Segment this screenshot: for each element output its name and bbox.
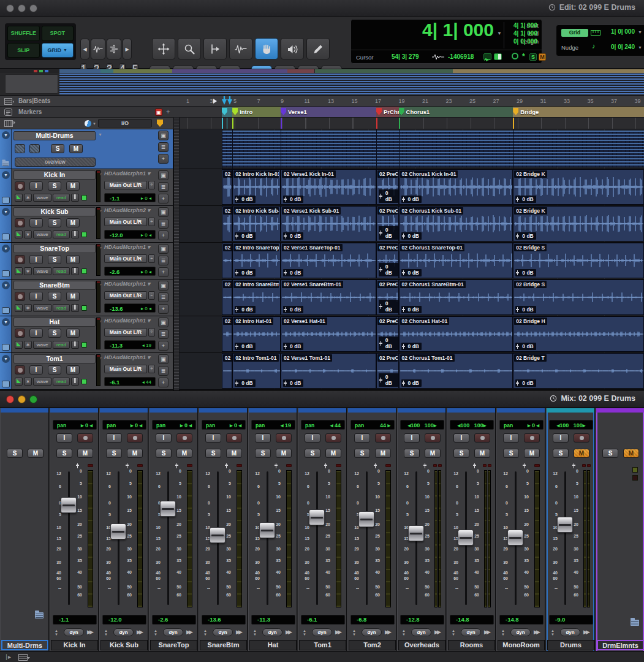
strip-name[interactable]: SnareBtm	[200, 640, 247, 650]
mute-button[interactable]: M	[375, 449, 391, 458]
clip-gain-badge[interactable]: 0 dB	[401, 196, 422, 203]
record-arm-button[interactable]	[15, 218, 25, 227]
elastic-audio-button[interactable]: ∗	[24, 267, 32, 275]
dyn-insert-button[interactable]: dyn	[262, 628, 282, 636]
fader-nudge-spinner[interactable]: ▲ ▼	[55, 629, 58, 636]
pan-view-arrow-icon[interactable]: ▼	[93, 122, 96, 126]
clip-gain-badge[interactable]: 0 dB	[401, 343, 422, 350]
pan-display[interactable]: pan▸ 0 ◂	[152, 420, 196, 430]
pan-display[interactable]: ◂100 100▸	[400, 420, 444, 430]
solo-button[interactable]: S	[48, 181, 61, 191]
volume-pan-display[interactable]: -13.6▸ 0 ◂	[104, 303, 156, 313]
marker-record-button[interactable]: ▣	[155, 108, 162, 116]
automation-mode-button[interactable]: read	[53, 341, 70, 349]
insert-add-button[interactable]: +	[158, 154, 169, 164]
track-link-icon[interactable]	[2, 234, 10, 240]
mute-button[interactable]: M	[66, 329, 80, 338]
mixer-strip-monoroom[interactable]: pan▸ 0 ◂ISM12605101520304060∞05101520253…	[496, 408, 545, 651]
audio-clip[interactable]: 02 Chorus1 Tom1-010 dB	[399, 353, 513, 389]
dyn-insert-button[interactable]: dyn	[510, 628, 531, 636]
track-select-strip[interactable]: ▼	[0, 353, 12, 389]
mixer-strip-drmelmnts[interactable]: SMDrmElmnts	[596, 408, 644, 651]
dyn-insert-button[interactable]: dyn	[312, 628, 332, 636]
add-marker-button[interactable]: +	[166, 108, 170, 115]
solo-button[interactable]: S	[106, 449, 122, 458]
track-lane-hat[interactable]: 02 I02 Intro Hat-010 dB02 Verse1 Hat-010…	[180, 316, 644, 352]
track-name[interactable]: Kick Sub	[13, 207, 96, 216]
track-lane-multi-drums[interactable]	[180, 129, 644, 169]
edit-titlebar[interactable]: Edit: 02 099 E Drums	[0, 0, 644, 17]
pan-display[interactable]: pan▸ 0 ◂	[202, 420, 246, 430]
track-name[interactable]: Tom1	[13, 354, 96, 363]
audio-clip[interactable]: 02 Chorus1 Kick Sub-010 dB	[399, 206, 513, 242]
close-button[interactable]	[6, 395, 14, 403]
mute-button[interactable]: M	[226, 449, 242, 458]
mixer-strip-kick-in[interactable]: pan▸ 0 ◂ISM12605101520304060∞05101520253…	[50, 408, 99, 651]
audio-clip[interactable]: 02 Verse1 Tom1-010 dB	[281, 353, 376, 389]
audio-clip[interactable]: 02 Bridge K0 dB	[513, 206, 644, 242]
scrubber-tool[interactable]	[281, 38, 304, 59]
dyn-insert-button[interactable]: dyn	[213, 628, 233, 636]
volume-display[interactable]: -9.0	[549, 615, 593, 625]
minimize-button[interactable]	[18, 4, 26, 12]
mute-button[interactable]: M	[524, 449, 540, 458]
nudge-value[interactable]: 0| 0| 240	[611, 44, 635, 50]
output-pan-icon[interactable]: ÷	[148, 365, 155, 373]
track-zoom-gutter[interactable]	[173, 118, 180, 391]
output-path-selector[interactable]: Main Out L/R	[104, 328, 147, 337]
meter-view-button[interactable]	[71, 378, 79, 386]
mute-button[interactable]: M	[425, 449, 441, 458]
record-arm-button[interactable]	[77, 433, 93, 443]
post-fader-icon[interactable]: ▶▶	[286, 629, 290, 635]
clip-gain-badge[interactable]: 0 dB	[235, 343, 255, 350]
dyn-insert-button[interactable]: dyn	[461, 628, 481, 636]
output-pan-icon[interactable]: ÷	[148, 254, 155, 263]
volume-fader[interactable]	[110, 523, 126, 539]
track-lane-snarebtm[interactable]: 02 I02 Intro SnareBtm-00 dB02 Verse1 Sna…	[180, 280, 644, 316]
audio-clip[interactable]: 02 PreCh0 dB	[376, 316, 399, 352]
overview-button[interactable]: overview	[15, 158, 96, 167]
mixer-strip-multi-drms[interactable]: SMMulti-Drms	[0, 408, 49, 651]
trimmer-tool[interactable]	[203, 38, 227, 59]
volume-display[interactable]: -11.3	[251, 615, 295, 625]
track-link-icon[interactable]	[2, 197, 10, 204]
track-lane-tom1[interactable]: 02 I02 Intro Tom1-010 dB02 Verse1 Tom1-0…	[180, 353, 644, 389]
mute-button[interactable]: M	[474, 449, 490, 458]
output-pan-icon[interactable]: ÷	[148, 291, 155, 300]
strip-name[interactable]: Tom1	[299, 640, 346, 650]
solo-button[interactable]: S	[404, 449, 420, 458]
elastic-audio-button[interactable]: ∗	[24, 341, 32, 349]
mixer-strip-tom2[interactable]: pan44 ▸ISM12605101520304060∞051015202530…	[347, 408, 396, 651]
solo-button[interactable]: S	[156, 449, 172, 458]
post-roll-icon[interactable]: *	[522, 52, 525, 61]
record-arm-button[interactable]	[176, 433, 192, 443]
track-list-icon[interactable]	[4, 120, 15, 127]
pan-view-icon[interactable]	[85, 120, 91, 127]
mute-button[interactable]: M	[176, 449, 192, 458]
record-arm-button[interactable]	[15, 292, 25, 301]
audio-clip[interactable]: 02 Intro Tom1-010 dB	[232, 353, 281, 389]
input-path-selector[interactable]: HDAudMcrphn2 ▾	[104, 207, 154, 213]
input-monitor-button[interactable]: I	[29, 292, 43, 301]
clip-gain-badge[interactable]: 0 dB	[379, 263, 398, 276]
track-lane-kick-in[interactable]: 02 I02 Intro Kick In-010 dB02 Verse1 Kic…	[180, 169, 644, 205]
grid-value[interactable]: 1| 0| 000	[611, 28, 635, 35]
audio-clip[interactable]: 02 Bridge T0 dB	[513, 353, 644, 389]
audio-clip[interactable]: 02 Chorus1 Kick In-010 dB	[399, 169, 513, 205]
track-link-icon[interactable]	[2, 307, 10, 314]
pencil-tool[interactable]	[306, 38, 330, 59]
record-arm-button[interactable]	[574, 433, 589, 443]
track-select-strip[interactable]: ▼	[0, 169, 12, 205]
mute-button[interactable]: M	[574, 449, 589, 458]
volume-pan-display[interactable]: -1.1▸ 0 ◂	[104, 193, 156, 202]
clip-gain-badge[interactable]: 0 dB	[379, 226, 398, 240]
audio-clip[interactable]: 02 Verse1 SnareTop-010 dB	[281, 243, 376, 278]
clip-gain-badge[interactable]: 0 dB	[401, 232, 422, 240]
solo-button[interactable]: S	[553, 449, 569, 458]
timeline-insertion-icon[interactable]	[483, 53, 491, 60]
fader-nudge-spinner[interactable]: ▲ ▼	[203, 629, 207, 636]
timebase-button[interactable]	[15, 267, 23, 275]
clip-gain-badge[interactable]: 0 dB	[283, 343, 303, 350]
elastic-audio-button[interactable]: ∗	[24, 304, 32, 312]
strip-name[interactable]: SnareTop	[150, 640, 197, 650]
